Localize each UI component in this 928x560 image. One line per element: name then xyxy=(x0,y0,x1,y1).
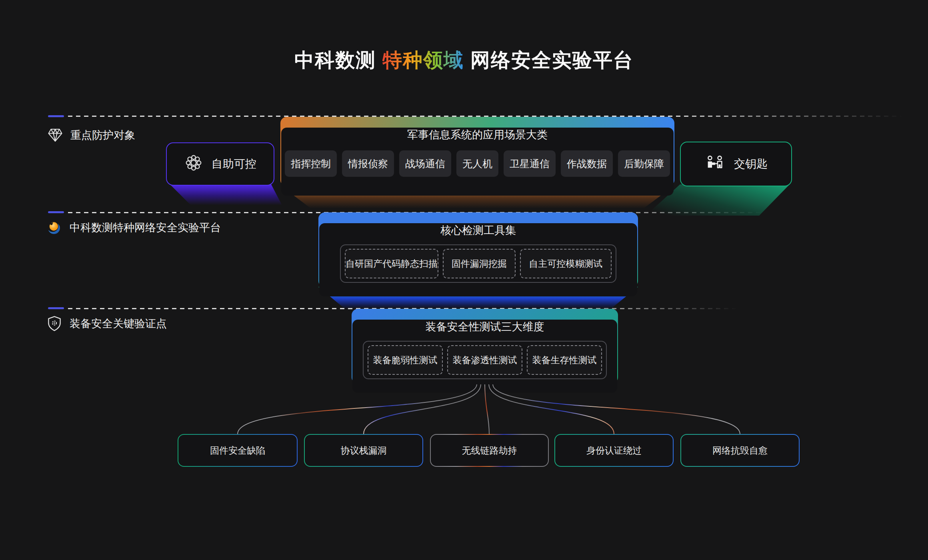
leaf-label: 固件安全缺陷 xyxy=(178,435,297,466)
card-title: 装备安全性测试三大维度 xyxy=(352,320,617,334)
card-core-tools: 核心检测工具集 自研国产代码静态扫描 固件漏洞挖掘 自主可控模糊测试 xyxy=(318,212,638,287)
leaf-label: 身份认证绕过 xyxy=(555,435,673,466)
section-label-text: 装备安全关键验证点 xyxy=(70,316,167,331)
leaf-node: 固件安全缺陷 xyxy=(178,434,298,467)
handover-icon xyxy=(704,154,725,174)
diamond-icon xyxy=(48,128,62,142)
page-title: 中科数测特种领域网络安全实验平台 xyxy=(0,47,928,74)
leaf-node: 协议栈漏洞 xyxy=(304,434,423,467)
card-label: 自助可控 xyxy=(212,156,256,172)
flower-icon xyxy=(184,154,203,175)
card-title: 核心检测工具集 xyxy=(319,223,637,238)
dimensions-frame: 装备脆弱性测试 装备渗透性测试 装备生存性测试 xyxy=(363,341,607,379)
section-label-protect: 重点防护对象 xyxy=(48,128,135,142)
card-label: 交钥匙 xyxy=(734,156,768,172)
card-self-controllable: 自助可控 xyxy=(166,142,274,186)
shield-gear-icon xyxy=(47,316,62,331)
scenario-chip: 卫星通信 xyxy=(504,150,556,177)
tool-item: 固件漏洞挖掘 xyxy=(443,249,516,278)
divider-accent-2 xyxy=(48,211,64,213)
dimension-item: 装备渗透性测试 xyxy=(447,345,522,375)
section-label-text: 中科数测特种网络安全实验平台 xyxy=(70,220,221,235)
scenario-chip: 后勤保障 xyxy=(618,150,670,177)
leaf-node: 身份认证绕过 xyxy=(554,434,674,467)
card-test-dimensions: 装备安全性测试三大维度 装备脆弱性测试 装备渗透性测试 装备生存性测试 xyxy=(352,309,618,384)
section-label-platform: 中科数测特种网络安全实验平台 xyxy=(46,220,221,235)
divider-accent-3 xyxy=(48,307,64,309)
leaf-label: 网络抗毁自愈 xyxy=(681,435,799,466)
scenario-chip: 指挥控制 xyxy=(285,150,337,177)
brand-logo-icon xyxy=(46,220,62,235)
leaf-node: 无线链路劫持 xyxy=(430,434,549,467)
section-label-text: 重点防护对象 xyxy=(70,128,135,142)
tool-item: 自主可控模糊测试 xyxy=(520,249,612,278)
self-card-glow xyxy=(166,184,286,205)
tools-frame: 自研国产代码静态扫描 固件漏洞挖掘 自主可控模糊测试 xyxy=(340,244,616,283)
card-title: 军事信息系统的应用场景大类 xyxy=(281,128,674,142)
card-turnkey: 交钥匙 xyxy=(680,142,792,186)
scenario-chip: 作战数据 xyxy=(561,150,613,177)
diagram-canvas: 中科数测特种领域网络安全实验平台 重点防护对象 xyxy=(0,0,928,560)
title-prefix: 中科数测 xyxy=(294,49,376,71)
dimension-item: 装备生存性测试 xyxy=(527,345,602,375)
leaf-label: 无线链路劫持 xyxy=(431,435,548,466)
dimension-item: 装备脆弱性测试 xyxy=(368,345,443,375)
title-suffix: 网络安全实验平台 xyxy=(470,49,634,71)
divider-accent-1 xyxy=(48,115,64,117)
scenario-chip: 战场通信 xyxy=(399,150,451,177)
scenario-chip: 情报侦察 xyxy=(342,150,394,177)
card-scenarios: 军事信息系统的应用场景大类 指挥控制 情报侦察 战场通信 无人机 卫星通信 作战… xyxy=(280,117,674,186)
scenario-chip: 无人机 xyxy=(456,150,498,177)
tool-item: 自研国产代码静态扫描 xyxy=(345,249,438,278)
leaf-label: 协议栈漏洞 xyxy=(305,435,422,466)
title-highlight: 特种领域 xyxy=(382,49,464,71)
leaf-node: 网络抗毁自愈 xyxy=(680,434,800,467)
section-label-verify: 装备安全关键验证点 xyxy=(47,316,167,331)
scenario-chip-row: 指挥控制 情报侦察 战场通信 无人机 卫星通信 作战数据 后勤保障 xyxy=(281,150,674,177)
